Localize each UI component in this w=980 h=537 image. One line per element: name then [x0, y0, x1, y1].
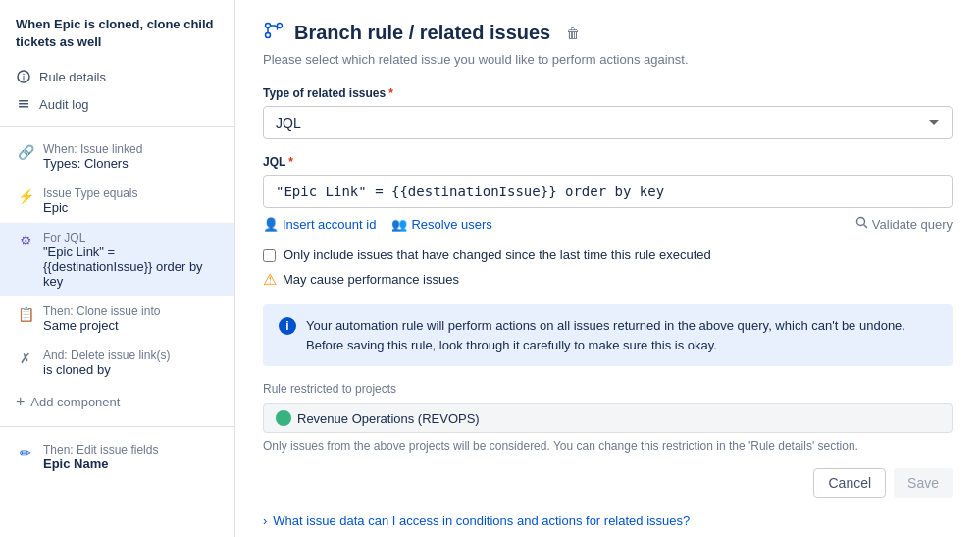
- validate-query-link[interactable]: Validate query: [855, 216, 953, 232]
- people-icon: 👥: [391, 217, 407, 232]
- sidebar-step-when-issue-linked[interactable]: 🔗 When: Issue linked Types: Cloners: [0, 134, 234, 179]
- include-changed-checkbox[interactable]: [263, 249, 276, 262]
- required-marker-jql: *: [288, 155, 293, 169]
- svg-point-9: [856, 218, 864, 226]
- cancel-button[interactable]: Cancel: [813, 468, 886, 498]
- svg-point-7: [278, 24, 283, 28]
- project-icon: [276, 410, 291, 426]
- step-type-label: Issue Type equals: [43, 187, 138, 200]
- info-box: i Your automation rule will perform acti…: [263, 304, 953, 366]
- jql-section: JQL * 👤 Insert account id 👥 Resolve user…: [263, 155, 953, 232]
- audit-log-label: Audit log: [39, 97, 89, 112]
- jql-input[interactable]: [263, 175, 953, 208]
- rule-details-label: Rule details: [39, 70, 106, 84]
- sidebar-divider: [0, 126, 234, 127]
- project-name: Revenue Operations (REVOPS): [297, 411, 480, 426]
- restriction-label: Rule restricted to projects: [263, 382, 953, 396]
- type-of-issues-section: Type of related issues * JQL All sub-tas…: [263, 86, 953, 139]
- svg-rect-5: [19, 106, 28, 108]
- restriction-tag: Revenue Operations (REVOPS): [263, 403, 953, 433]
- step-value-label: Types: Cloners: [43, 156, 142, 171]
- step-value-label: Epic: [43, 200, 138, 215]
- type-of-issues-select[interactable]: JQL All sub-tasks All linked issues: [263, 106, 953, 139]
- sidebar-header: When Epic is cloned, clone child tickets…: [0, 16, 234, 63]
- jql-actions: 👤 Insert account id 👥 Resolve users Vali…: [263, 216, 953, 232]
- checkbox-row: Only include issues that have changed si…: [263, 247, 953, 262]
- search-icon: [855, 216, 868, 232]
- restriction-section: Rule restricted to projects Revenue Oper…: [263, 382, 953, 453]
- main-content: Branch rule / related issues 🗑 Please se…: [235, 0, 980, 537]
- issue-type-icon: ⚡: [16, 188, 35, 204]
- clone-icon: 📋: [16, 306, 35, 322]
- edit-icon: ✏: [16, 445, 35, 460]
- insert-account-id-link[interactable]: 👤 Insert account id: [263, 217, 376, 232]
- circle-info-icon: [16, 69, 31, 84]
- sidebar-step-clone[interactable]: 📋 Then: Clone issue into Same project: [0, 296, 234, 341]
- required-marker: *: [388, 86, 393, 100]
- save-button[interactable]: Save: [894, 468, 953, 498]
- page-subtitle: Please select which related issue you wo…: [263, 52, 953, 67]
- info-text: Your automation rule will perform action…: [306, 316, 937, 354]
- branch-icon: [263, 20, 284, 46]
- person-icon: 👤: [263, 217, 279, 232]
- link-icon: 🔗: [16, 144, 35, 160]
- jql-icon: ⚙: [16, 233, 35, 248]
- list-icon: [16, 96, 31, 112]
- step-type-label: For JQL: [43, 231, 219, 244]
- page-header: Branch rule / related issues 🗑: [263, 20, 953, 46]
- expandable-label: What issue data can I access in conditio…: [273, 513, 690, 528]
- type-of-issues-label: Type of related issues *: [263, 86, 953, 100]
- step-value-label: Same project: [43, 318, 160, 333]
- sidebar-nav-audit-log[interactable]: Audit log: [0, 90, 234, 118]
- delete-rule-icon[interactable]: 🗑: [566, 26, 580, 41]
- step-value-label: Epic Name: [43, 456, 158, 471]
- svg-rect-1: [24, 76, 25, 81]
- svg-point-2: [23, 74, 25, 76]
- step-type-label: And: Delete issue link(s): [43, 349, 170, 362]
- expandable-row[interactable]: › What issue data can I access in condit…: [263, 513, 953, 528]
- warning-text: May cause performance issues: [283, 272, 459, 287]
- sidebar: When Epic is cloned, clone child tickets…: [0, 0, 235, 537]
- step-type-label: When: Issue linked: [43, 142, 142, 156]
- sidebar-nav-rule-details[interactable]: Rule details: [0, 63, 234, 90]
- add-component-label: Add component: [30, 395, 120, 409]
- sidebar-step-edit[interactable]: ✏ Then: Edit issue fields Epic Name: [0, 435, 234, 479]
- checkbox-label: Only include issues that have changed si…: [284, 247, 711, 262]
- sidebar-step-delete[interactable]: ✗ And: Delete issue link(s) is cloned by: [0, 341, 234, 385]
- add-component-button[interactable]: + Add component: [0, 385, 234, 418]
- page-title: Branch rule / related issues: [294, 22, 550, 44]
- resolve-users-link[interactable]: 👥 Resolve users: [391, 217, 491, 232]
- delete-icon: ✗: [16, 350, 35, 366]
- step-value-label: "Epic Link" = {{destinationIssue}} order…: [43, 244, 219, 289]
- sidebar-step-for-jql[interactable]: ⚙ For JQL "Epic Link" = {{destinationIss…: [0, 223, 234, 296]
- step-value-label: is cloned by: [43, 362, 170, 377]
- form-actions: Cancel Save: [263, 468, 953, 498]
- info-icon: i: [279, 317, 296, 335]
- sidebar-divider-2: [0, 426, 234, 427]
- step-type-label: Then: Edit issue fields: [43, 443, 158, 456]
- chevron-right-icon: ›: [263, 513, 267, 528]
- plus-icon: +: [16, 393, 25, 410]
- warning-row: ⚠ May cause performance issues: [263, 270, 953, 289]
- step-type-label: Then: Clone issue into: [43, 304, 160, 318]
- jql-label: JQL *: [263, 155, 953, 169]
- svg-rect-3: [19, 100, 28, 102]
- warning-icon: ⚠: [263, 270, 277, 289]
- restriction-note: Only issues from the above projects will…: [263, 439, 953, 453]
- svg-rect-4: [19, 103, 28, 105]
- sidebar-step-issue-type[interactable]: ⚡ Issue Type equals Epic: [0, 179, 234, 223]
